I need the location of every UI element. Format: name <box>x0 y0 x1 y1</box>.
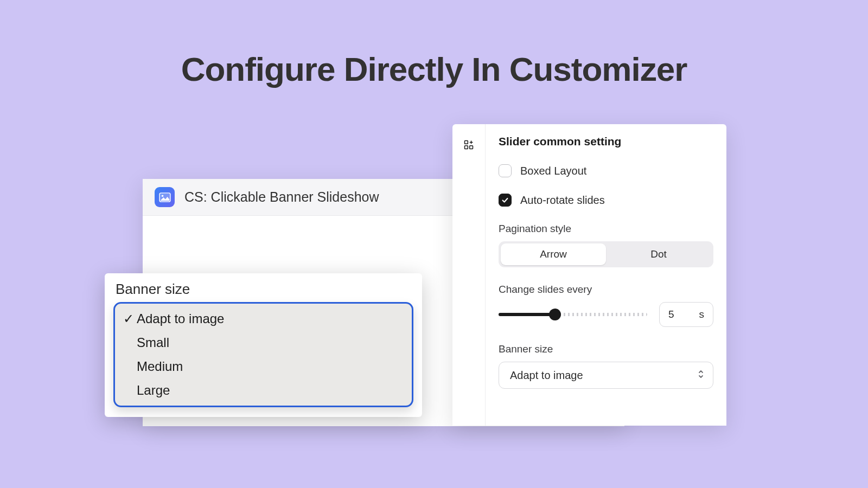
option-label: Small <box>137 335 169 350</box>
svg-rect-2 <box>465 141 468 144</box>
interval-slider[interactable] <box>499 313 647 316</box>
sections-icon[interactable] <box>463 139 474 426</box>
svg-rect-3 <box>465 146 468 149</box>
segment-arrow[interactable]: Arrow <box>501 243 606 265</box>
option-label: Large <box>137 383 170 398</box>
option-label: Adapt to image <box>137 311 224 326</box>
option-label: Medium <box>137 359 183 374</box>
dropdown-option-small[interactable]: Small <box>115 331 412 355</box>
svg-rect-4 <box>470 146 473 149</box>
pagination-style-segmented[interactable]: Arrow Dot <box>499 241 713 267</box>
interval-value-box[interactable]: 5 s <box>659 302 713 327</box>
settings-panel: Slider common setting Boxed Layout Auto-… <box>452 124 726 426</box>
dropdown-option-medium[interactable]: Medium <box>115 355 412 378</box>
svg-point-1 <box>161 195 163 197</box>
dropdown-listbox[interactable]: ✓ Adapt to image Small Medium Large <box>113 302 413 407</box>
checkbox-label: Boxed Layout <box>520 165 586 177</box>
checkbox-label: Auto-rotate slides <box>520 194 605 207</box>
section-title: Slider common setting <box>499 135 713 148</box>
settings-rail <box>452 124 486 426</box>
boxed-layout-checkbox[interactable]: Boxed Layout <box>499 164 713 177</box>
checkbox-icon <box>499 194 512 207</box>
dropdown-label: Banner size <box>116 281 413 298</box>
banner-size-select[interactable]: Adapt to image <box>499 362 713 389</box>
interval-unit: s <box>699 309 705 320</box>
dropdown-option-adapt[interactable]: ✓ Adapt to image <box>115 307 412 331</box>
page-title: Configure Directly In Customizer <box>0 50 868 88</box>
pagination-label: Pagination style <box>499 223 713 235</box>
chevron-sort-icon <box>698 369 704 382</box>
segment-dot[interactable]: Dot <box>606 243 711 265</box>
interval-value: 5 <box>668 309 674 320</box>
checkbox-icon <box>499 164 512 177</box>
banner-size-dropdown-popover: Banner size ✓ Adapt to image Small Mediu… <box>105 273 422 417</box>
slider-thumb[interactable] <box>549 309 561 320</box>
banner-size-label: Banner size <box>499 343 713 355</box>
slider-fill <box>499 313 555 316</box>
dropdown-option-large[interactable]: Large <box>115 378 412 402</box>
check-icon: ✓ <box>123 311 135 326</box>
app-name: CS: Clickable Banner Slideshow <box>184 189 379 205</box>
interval-label: Change slides every <box>499 284 713 296</box>
auto-rotate-checkbox[interactable]: Auto-rotate slides <box>499 194 713 207</box>
app-icon <box>155 187 175 207</box>
select-value: Adapt to image <box>510 369 583 382</box>
